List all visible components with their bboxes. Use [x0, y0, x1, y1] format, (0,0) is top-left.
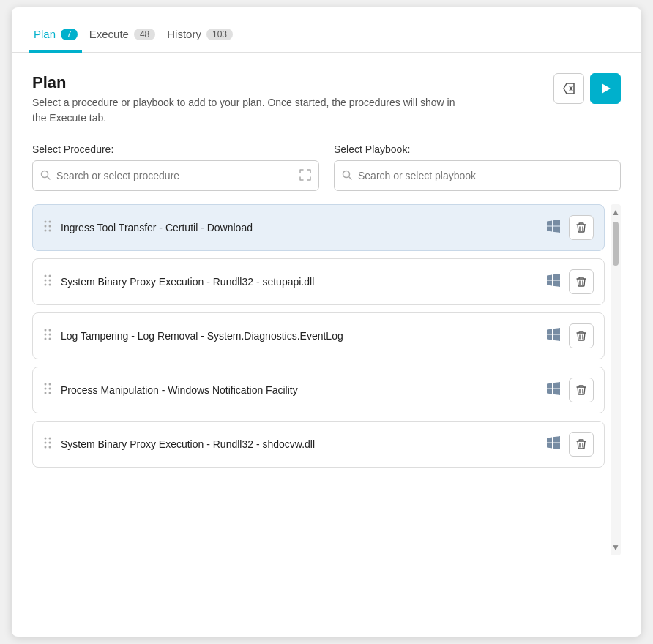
list-item: System Binary Proxy Execution - Rundll32…: [32, 258, 605, 305]
delete-button[interactable]: [569, 323, 594, 348]
selectors-row: Select Procedure:: [32, 143, 621, 191]
run-button[interactable]: [590, 73, 621, 104]
svg-point-19: [45, 329, 47, 332]
delete-button[interactable]: [569, 432, 594, 457]
list-item: System Binary Proxy Execution - Rundll32…: [32, 421, 605, 468]
windows-platform-icon: [547, 274, 560, 291]
svg-point-16: [49, 280, 51, 282]
trash-icon: [575, 330, 587, 342]
svg-point-20: [49, 329, 51, 332]
trash-icon: [575, 384, 587, 396]
svg-point-27: [45, 388, 47, 390]
delete-button[interactable]: [569, 215, 594, 240]
procedure-search-wrap[interactable]: [32, 160, 319, 191]
svg-point-10: [49, 225, 51, 228]
tab-plan-badge: 7: [61, 29, 78, 40]
svg-point-24: [49, 338, 51, 340]
list-item: Process Manipulation - Windows Notificat…: [32, 367, 605, 413]
tab-plan-label: Plan: [34, 28, 56, 40]
svg-point-9: [45, 225, 47, 228]
clear-button[interactable]: [553, 73, 584, 104]
run-icon: [599, 82, 612, 95]
drag-handle-icon[interactable]: [43, 436, 52, 452]
tab-execute-badge: 48: [134, 29, 155, 40]
svg-point-13: [45, 275, 47, 277]
procedure-expand-icon[interactable]: [299, 169, 311, 183]
plan-text: Plan Select a procedure or playbook to a…: [32, 73, 457, 126]
trash-icon: [575, 438, 587, 450]
procedure-search-icon: [40, 170, 51, 182]
svg-point-18: [49, 284, 51, 286]
svg-point-23: [45, 338, 47, 340]
drag-handle-icon[interactable]: [43, 382, 52, 398]
tab-history-badge: 103: [206, 29, 233, 40]
procedure-selector-group: Select Procedure:: [32, 143, 319, 191]
trash-icon: [575, 222, 587, 233]
windows-platform-icon: [547, 220, 560, 236]
tab-history-label: History: [167, 28, 201, 40]
svg-point-32: [49, 438, 51, 440]
windows-platform-icon: [547, 436, 560, 453]
playbook-selector-group: Select Playbook:: [334, 143, 621, 191]
list-area: Ingress Tool Transfer - Certutil - Downl…: [32, 204, 621, 555]
list-item: Log Tampering - Log Removal - System.Dia…: [32, 312, 605, 359]
svg-point-36: [49, 446, 51, 449]
svg-point-28: [49, 388, 51, 390]
drag-handle-icon[interactable]: [43, 274, 52, 290]
list-item: Ingress Tool Transfer - Certutil - Downl…: [32, 204, 605, 251]
plan-header: Plan Select a procedure or playbook to a…: [32, 73, 621, 126]
svg-point-35: [45, 446, 47, 449]
drag-handle-icon[interactable]: [43, 220, 52, 236]
item-name: Process Manipulation - Windows Notificat…: [61, 384, 538, 396]
svg-point-25: [45, 383, 47, 386]
clear-icon: [561, 81, 576, 96]
svg-point-14: [49, 275, 51, 277]
delete-button[interactable]: [569, 269, 594, 294]
svg-point-12: [49, 230, 51, 232]
playbook-search-icon: [342, 170, 352, 182]
svg-point-33: [45, 442, 47, 444]
plan-content: Plan Select a procedure or playbook to a…: [12, 53, 641, 555]
svg-point-21: [45, 334, 47, 336]
svg-point-8: [49, 221, 51, 223]
scrollbar-thumb[interactable]: [613, 222, 619, 266]
windows-platform-icon: [547, 328, 560, 345]
svg-point-34: [49, 442, 51, 444]
svg-point-22: [49, 334, 51, 336]
playbook-label: Select Playbook:: [334, 143, 621, 155]
playbook-search-wrap[interactable]: [334, 160, 621, 191]
svg-point-17: [45, 284, 47, 286]
scrollbar[interactable]: ▲ ▼: [611, 204, 621, 555]
scroll-down-arrow[interactable]: ▼: [611, 542, 620, 553]
procedure-search-input[interactable]: [56, 170, 295, 181]
svg-point-31: [45, 438, 47, 440]
svg-line-4: [48, 176, 51, 179]
tab-history[interactable]: History 103: [163, 20, 237, 53]
tab-execute[interactable]: Execute 48: [85, 20, 160, 53]
svg-marker-2: [602, 83, 611, 94]
main-card: Plan 7 Execute 48 History 103 Plan Selec…: [12, 7, 641, 637]
playbook-search-input[interactable]: [358, 170, 613, 181]
trash-icon: [575, 276, 587, 288]
svg-line-6: [349, 176, 352, 179]
svg-point-26: [49, 383, 51, 386]
drag-handle-icon[interactable]: [43, 328, 52, 344]
delete-button[interactable]: [569, 378, 594, 402]
header-buttons: [553, 73, 621, 104]
tab-bar: Plan 7 Execute 48 History 103: [12, 7, 641, 53]
item-name: Ingress Tool Transfer - Certutil - Downl…: [61, 222, 538, 233]
plan-title: Plan: [32, 73, 457, 92]
item-name: System Binary Proxy Execution - Rundll32…: [61, 276, 538, 288]
scroll-up-arrow[interactable]: ▲: [611, 207, 620, 217]
tab-plan[interactable]: Plan 7: [29, 20, 82, 53]
svg-point-7: [45, 221, 47, 223]
list-container: Ingress Tool Transfer - Certutil - Downl…: [32, 204, 611, 555]
plan-description: Select a procedure or playbook to add to…: [32, 95, 457, 126]
svg-point-29: [45, 392, 47, 394]
tab-execute-label: Execute: [89, 28, 129, 40]
windows-platform-icon: [547, 382, 560, 399]
svg-point-15: [45, 280, 47, 282]
procedure-label: Select Procedure:: [32, 143, 319, 155]
item-name: System Binary Proxy Execution - Rundll32…: [61, 438, 538, 450]
svg-point-30: [49, 392, 51, 394]
